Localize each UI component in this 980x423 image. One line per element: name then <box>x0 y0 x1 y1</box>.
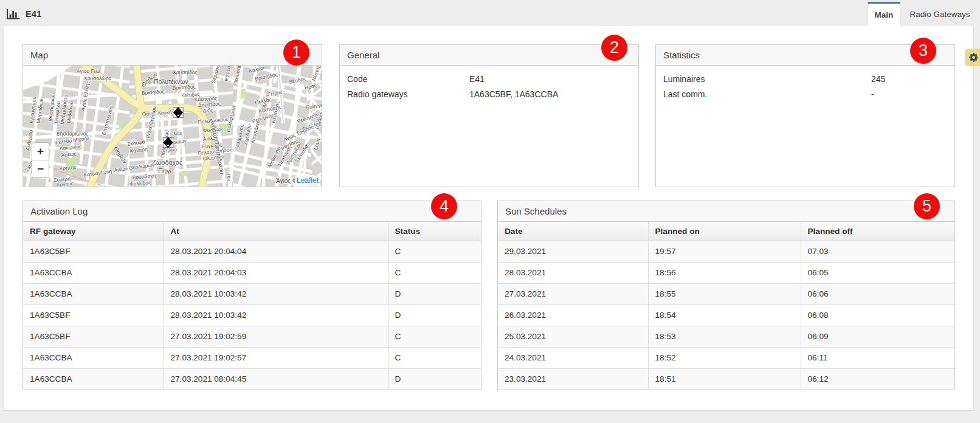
svg-text:Διός: Διός <box>203 108 213 114</box>
svg-text:Ζωοδόχος: Ζωοδόχος <box>152 159 182 166</box>
svg-text:Χρυσολώρα: Χρυσολώρα <box>84 75 112 81</box>
svg-text:Φύλλιδος: Φύλλιδος <box>129 179 151 187</box>
svg-text:Άγιος Φ: Άγιος Φ <box>276 177 297 184</box>
svg-text:Πηγή: Πηγή <box>158 167 174 174</box>
svg-text:ιου: ιου <box>225 174 232 181</box>
svg-text:λίας: λίας <box>173 130 182 137</box>
svg-text:Χρυσηίδος: Χρυσηίδος <box>173 69 198 75</box>
svg-text:Αγίου Γεω: Αγίου Γεω <box>77 68 100 74</box>
svg-text:Άργους: Άργους <box>56 181 74 187</box>
